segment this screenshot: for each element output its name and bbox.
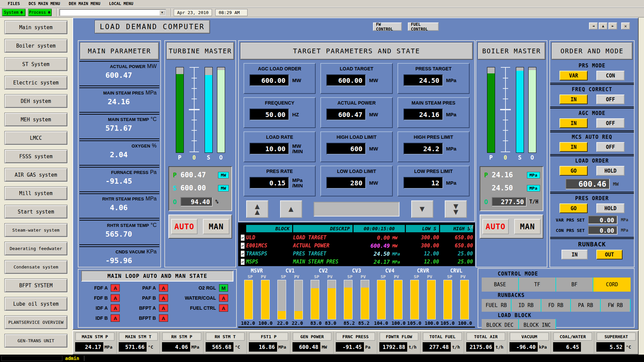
boiler-auto-button[interactable]: AUTO <box>482 219 509 234</box>
sidebar-item-bfpt-system[interactable]: BFPT SYSTEM <box>4 279 67 292</box>
auto-state-badge[interactable]: A <box>159 314 168 322</box>
menu-files[interactable]: FILES <box>3 1 24 6</box>
block-dec-button[interactable]: BLOCK DEC <box>482 319 519 330</box>
col-time: 00:00:15:00 <box>354 225 405 232</box>
sidebar-item-st-system[interactable]: ST System <box>4 57 67 71</box>
turbine-auto-button[interactable]: AUTO <box>171 219 198 234</box>
menu-local[interactable]: LOCAL MENU <box>105 1 138 6</box>
id-rb-button[interactable]: ID RB <box>512 299 541 312</box>
menu-deh-main[interactable]: DEH MAIN MENU <box>64 1 105 6</box>
turbine-man-button[interactable]: MAN <box>203 219 229 234</box>
boiler-output-field[interactable]: 277.50 <box>492 197 527 206</box>
mode-bf-button[interactable]: BF <box>556 278 593 292</box>
turbine-auto-man: AUTO MAN <box>168 215 232 239</box>
param-unit: MPa <box>146 90 157 96</box>
sidebar-item-boiler-system[interactable]: Boiler system <box>4 39 67 53</box>
sp-bar <box>244 280 253 319</box>
readout-s-value: 600.00 <box>180 184 215 192</box>
prs-mode-con-button[interactable]: CON <box>596 71 625 80</box>
sidebar-item-fsss-system[interactable]: FSSS system <box>4 149 67 163</box>
cell-unit: MPa <box>446 146 464 152</box>
main-loop-grid: FDF AA PAF AA O2 RGLM FDF BA PAF BA WATE… <box>78 283 236 323</box>
sp-value: 105.0 <box>407 320 421 326</box>
auto-state-badge[interactable]: A <box>111 304 120 312</box>
freq-correct-in-button[interactable]: IN <box>559 95 588 104</box>
sidebar-item-start-system[interactable]: Start system <box>4 205 67 219</box>
boiler-man-button[interactable]: MAN <box>514 219 541 234</box>
nav-forward-icon[interactable]: ► <box>608 22 617 29</box>
fw-rb-button[interactable]: FW RB <box>601 299 631 312</box>
load-order-hold-button[interactable]: HOLD <box>596 166 625 176</box>
turbine-output-field[interactable]: 94.40 <box>180 197 213 206</box>
auto-state-badge[interactable]: A <box>111 314 120 322</box>
status-frnc-press: FRNC PRESS-91.45Pa <box>333 331 377 354</box>
runback-in-button[interactable]: IN <box>561 250 588 259</box>
fuel-control-button[interactable]: FUEL CONTROL <box>408 22 439 31</box>
block-inc-button[interactable]: BLOCK INC <box>519 319 556 330</box>
sidebar-item-main-system[interactable]: Main system <box>4 20 67 34</box>
mode-cord-button[interactable]: CORD <box>593 278 631 292</box>
manual-state-badge[interactable]: M <box>219 284 228 292</box>
target-arrow-row: ▲▲ ▲ ▼ ▼▼ <box>246 200 467 218</box>
screen-select-combobox[interactable]: ▼ <box>59 9 166 16</box>
runback-out-button[interactable]: OUT <box>596 250 623 259</box>
fast-increase-icon[interactable]: ▲▲ <box>246 200 268 218</box>
mcs-auto-req-off-button[interactable]: OFF <box>596 142 625 152</box>
status-total-fuel: TOTAL FUEL277.48t/h <box>420 331 464 354</box>
param-oxygen: OXYGEN% 2.04 <box>79 140 159 166</box>
fuel-rb-button[interactable]: FUEL RB <box>482 299 512 312</box>
readout-p-value: 600.47 <box>180 171 215 179</box>
sidebar-item-meh-system[interactable]: MEH system <box>4 113 67 126</box>
load-order-input[interactable]: 600.46 <box>566 179 610 189</box>
pres-order-hold-button[interactable]: HOLD <box>596 203 625 213</box>
chevron-down-icon[interactable]: ▼ <box>159 10 165 15</box>
auto-state-badge[interactable]: A <box>111 294 120 302</box>
sidebar-item-deaerating-feedwater[interactable]: Deaerating feedwater <box>4 242 67 255</box>
sidebar-item-mill-system[interactable]: Mill system <box>4 186 67 200</box>
auto-state-badge[interactable]: A <box>111 284 120 292</box>
agc-mode-in-button[interactable]: IN <box>559 118 588 128</box>
pa-rb-button[interactable]: PA RB <box>571 299 601 312</box>
auto-state-badge[interactable]: A <box>219 304 228 312</box>
mode-tf-button[interactable]: TF <box>519 278 556 292</box>
pv-label: PV <box>427 274 432 279</box>
system-alarm-button[interactable]: System <box>2 9 25 16</box>
auto-state-badge[interactable]: A <box>159 284 168 292</box>
pres-order-go-button[interactable]: GO <box>559 203 588 213</box>
increase-icon[interactable]: ▲ <box>280 200 302 218</box>
sidebar-item-gen-trans-unit[interactable]: GEN-TRANS UNIT <box>4 334 67 348</box>
sidebar-item-lube-oil-system[interactable]: Lube oil system <box>4 297 67 311</box>
sidebar-item-lmcc[interactable]: LMCC <box>4 131 67 145</box>
mode-base-button[interactable]: BASE <box>482 278 519 292</box>
nav-up-icon[interactable]: ▲ <box>599 22 607 29</box>
sidebar-item-plantservice-overview[interactable]: PLANTSERVICE OVERVIEW <box>4 315 67 329</box>
cell-value: 12 <box>404 177 443 189</box>
sidebar-item-deh-system[interactable]: DEH system <box>4 94 67 108</box>
param-value: 571.67 <box>81 124 157 132</box>
fast-decrease-icon[interactable]: ▼▼ <box>445 200 467 218</box>
target-grid: AGC LOAD ORDER600.00MW LOAD TARGET600.00… <box>241 61 472 196</box>
con-prs-set-input[interactable]: 0.00 <box>588 226 618 235</box>
valve-cv3: CV3 SPPV 85.285.2 <box>341 268 372 326</box>
sidebar-item-air-gas-system[interactable]: AIR GAS system <box>4 168 67 182</box>
fd-rb-button[interactable]: FD RB <box>541 299 571 312</box>
mcs-auto-req-in-button[interactable]: IN <box>559 142 588 152</box>
sidebar-item-electric-system[interactable]: Electric system <box>4 76 67 89</box>
auto-state-badge[interactable]: A <box>159 294 168 302</box>
control-mode-row: BASE TF BF CORD <box>482 278 631 292</box>
auto-state-badge[interactable]: A <box>159 304 168 312</box>
nav-back-icon[interactable]: ◄ <box>589 22 598 29</box>
load-order-go-button[interactable]: GO <box>559 166 588 176</box>
close-icon[interactable]: × <box>621 22 630 29</box>
auto-state-badge[interactable]: A <box>219 294 228 302</box>
process-alarm-button[interactable]: Process <box>28 9 52 16</box>
sidebar-item-condensate-system[interactable]: Condensate system <box>4 260 67 274</box>
prs-mode-var-button[interactable]: VAR <box>559 71 588 80</box>
menu-dcs-main[interactable]: DCS MAIN MENU <box>24 1 64 6</box>
decrease-icon[interactable]: ▼ <box>411 200 433 218</box>
freq-correct-off-button[interactable]: OFF <box>596 95 625 104</box>
sidebar-item-steam-water-system[interactable]: Steam-water system <box>4 223 67 237</box>
agc-mode-off-button[interactable]: OFF <box>596 118 625 128</box>
var-prs-set-input[interactable]: 0.00 <box>588 216 618 224</box>
fw-control-button[interactable]: FW CONTROL <box>373 22 402 31</box>
